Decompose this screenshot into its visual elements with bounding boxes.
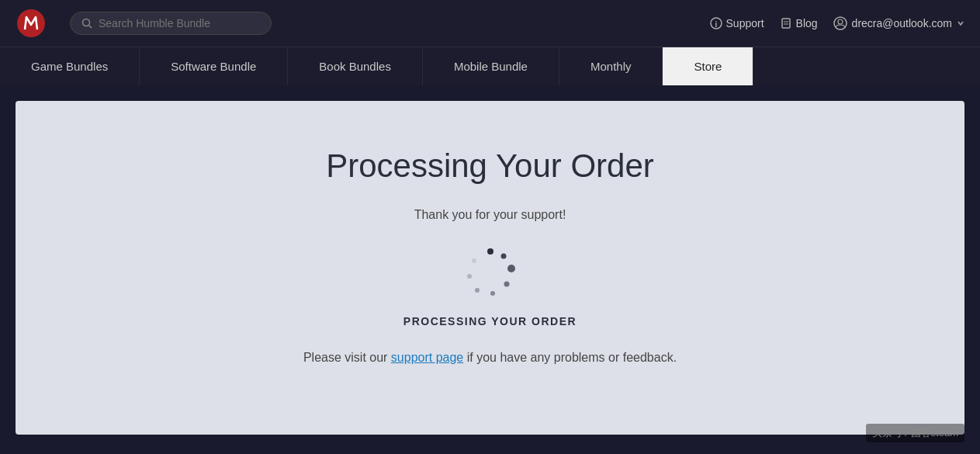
loading-spinner (463, 245, 518, 300)
header: i Support Blog drecra@outlook.com (0, 0, 980, 47)
document-icon (780, 17, 792, 29)
watermark: 头条号 / 菌客steam (866, 424, 964, 442)
svg-text:i: i (715, 20, 717, 29)
user-email: drecra@outlook.com (852, 17, 952, 29)
nav-item-book-bundles[interactable]: Book Bundles (288, 47, 423, 85)
svg-point-15 (475, 288, 480, 293)
svg-line-2 (89, 26, 92, 29)
support-text-before: Please visit our (303, 351, 391, 364)
header-right: i Support Blog drecra@outlook.com (710, 16, 964, 30)
svg-point-11 (500, 254, 506, 259)
chevron-down-icon (957, 19, 964, 27)
svg-point-9 (838, 19, 843, 24)
svg-point-17 (472, 258, 476, 263)
svg-point-13 (504, 282, 509, 287)
search-input[interactable] (99, 17, 260, 29)
svg-point-16 (467, 274, 472, 279)
nav-item-mobile-bundle[interactable]: Mobile Bundle (423, 47, 559, 85)
svg-point-12 (507, 265, 515, 272)
nav-item-monthly[interactable]: Monthly (559, 47, 663, 85)
user-icon (833, 16, 847, 30)
blog-label: Blog (796, 17, 818, 29)
info-icon: i (710, 17, 722, 29)
svg-point-10 (487, 248, 493, 255)
nav-item-game-bundles[interactable]: Game Bundles (0, 47, 140, 85)
page-title: Processing Your Order (326, 147, 654, 185)
support-label: Support (726, 17, 764, 29)
main-content: Processing Your Order Thank you for your… (16, 101, 964, 435)
search-icon (81, 18, 92, 29)
nav: Game Bundles Software Bundle Book Bundle… (0, 47, 980, 85)
user-menu[interactable]: drecra@outlook.com (833, 16, 964, 30)
thank-you-text: Thank you for your support! (414, 208, 566, 222)
nav-item-software-bundle[interactable]: Software Bundle (140, 47, 288, 85)
blog-link[interactable]: Blog (780, 17, 818, 29)
svg-point-1 (83, 19, 90, 26)
support-text-after: if you have any problems or feedback. (463, 351, 677, 364)
svg-point-14 (490, 291, 495, 296)
support-link[interactable]: i Support (710, 17, 764, 29)
logo[interactable] (16, 8, 47, 39)
nav-item-store[interactable]: Store (663, 47, 753, 85)
svg-rect-5 (782, 19, 790, 28)
support-page-link[interactable]: support page (391, 351, 463, 364)
processing-label: PROCESSING YOUR ORDER (403, 315, 577, 328)
search-bar[interactable] (70, 12, 272, 35)
support-message: Please visit our support page if you hav… (303, 351, 677, 365)
